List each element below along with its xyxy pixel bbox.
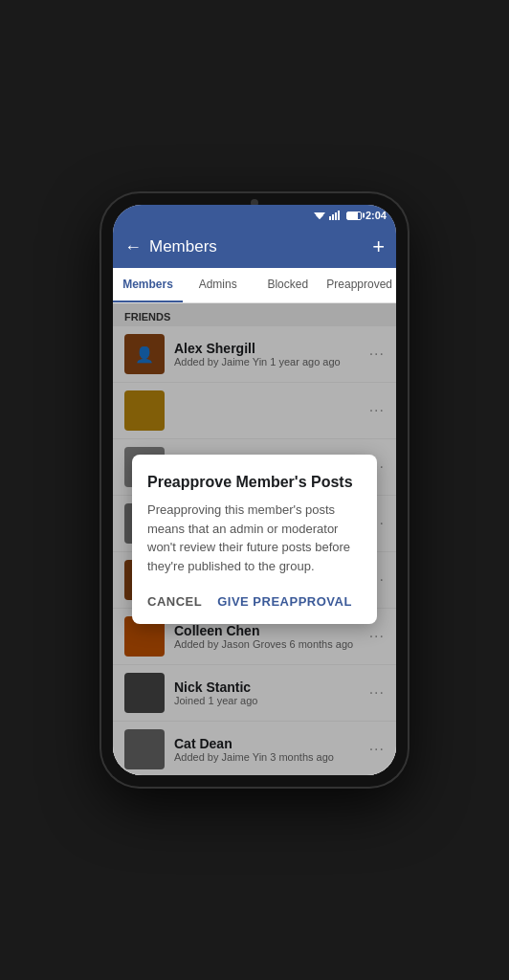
svg-rect-4 xyxy=(335,212,337,220)
svg-rect-2 xyxy=(329,216,331,220)
dialog-title: Preapprove Member's Posts xyxy=(147,474,362,491)
svg-marker-1 xyxy=(316,215,323,219)
signal-icon xyxy=(329,211,341,220)
dialog-body: Preapprove Member's Posts Preapproving t… xyxy=(132,455,377,587)
svg-rect-5 xyxy=(338,211,340,220)
status-bar: 2:04 xyxy=(113,205,396,226)
status-icons: 2:04 xyxy=(314,210,387,221)
preapprove-dialog: Preapprove Member's Posts Preapproving t… xyxy=(132,455,377,624)
wifi-icon xyxy=(314,211,325,220)
dialog-actions: CANCEL GIVE PREAPPROVAL xyxy=(132,587,377,624)
dialog-text: Preapproving this member's posts means t… xyxy=(147,501,362,575)
back-button[interactable]: ← xyxy=(124,237,142,257)
top-bar-left: ← Members xyxy=(124,237,217,257)
tab-bar: Members Admins Blocked Preapproved xyxy=(113,268,396,303)
page-title: Members xyxy=(149,237,217,256)
tab-members[interactable]: Members xyxy=(113,268,183,302)
status-time: 2:04 xyxy=(365,210,387,221)
tab-preapproved[interactable]: Preapproved xyxy=(322,268,396,302)
tab-blocked[interactable]: Blocked xyxy=(253,268,322,302)
cancel-button[interactable]: CANCEL xyxy=(147,594,202,609)
phone-device: 2:04 ← Members + Members Admins Blocked … xyxy=(101,193,408,787)
add-member-button[interactable]: + xyxy=(372,234,385,259)
tab-admins[interactable]: Admins xyxy=(183,268,253,302)
top-bar: ← Members + xyxy=(113,226,396,268)
svg-rect-3 xyxy=(332,214,334,220)
battery-icon xyxy=(346,212,362,220)
content-area: FRIENDS 👤 Alex Shergill Added by Jaime Y… xyxy=(113,303,396,775)
modal-overlay: Preapprove Member's Posts Preapproving t… xyxy=(113,303,396,775)
give-preapproval-button[interactable]: GIVE PREAPPROVAL xyxy=(217,594,352,609)
phone-screen: 2:04 ← Members + Members Admins Blocked … xyxy=(113,205,396,775)
